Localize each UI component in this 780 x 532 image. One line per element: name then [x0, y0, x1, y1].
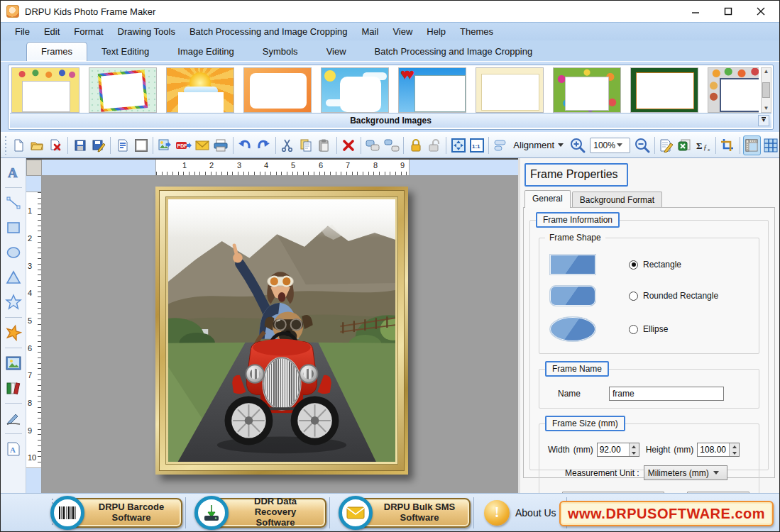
align-shapes-icon[interactable]	[492, 135, 510, 155]
scroll-up-icon[interactable]: ▲	[764, 68, 769, 75]
wordart-icon[interactable]: A	[4, 439, 23, 459]
menu-edit[interactable]: Edit	[37, 23, 67, 40]
open-folder-icon[interactable]	[28, 135, 46, 155]
zoom-out-icon[interactable]	[634, 135, 652, 155]
line-tool-icon[interactable]	[4, 193, 23, 213]
insert-image-icon[interactable]	[4, 353, 23, 373]
alignment-dropdown[interactable]: Alignment	[513, 140, 554, 150]
width-down-icon[interactable]	[630, 450, 639, 456]
signature-pen-icon[interactable]	[4, 409, 23, 428]
height-down-icon[interactable]	[730, 450, 739, 456]
frame-preview-icon[interactable]	[132, 135, 150, 155]
drpu-barcode-promo-button[interactable]: DRPU Barcode Software	[50, 496, 182, 530]
actual-size-icon[interactable]: 1:1	[468, 135, 485, 155]
text-tool-icon[interactable]: A	[4, 162, 23, 182]
collapse-gallery-icon[interactable]: ▼	[758, 115, 769, 126]
thumbnail-paisley-frame[interactable]	[553, 67, 621, 113]
undo-icon[interactable]	[236, 135, 254, 155]
website-banner[interactable]: www.DRPUSOFTWARE.com	[559, 501, 774, 526]
scrollbar-thumb[interactable]	[762, 82, 770, 98]
measurement-unit-select[interactable]: Milimeters (mm)	[644, 465, 727, 480]
minimize-button[interactable]	[681, 2, 710, 21]
canvas-viewport[interactable]: 1 2 3 4 5 6 7 8 9 1 2 3 4	[26, 158, 518, 493]
unit-select-arrow[interactable]	[713, 471, 719, 475]
close-button[interactable]	[747, 2, 775, 21]
ruler-panel-icon[interactable]	[743, 135, 761, 155]
width-spinner[interactable]	[597, 443, 639, 457]
tab-batch-processing[interactable]: Batch Processing and Image Cropping	[361, 43, 547, 61]
thumbnail-kids-yellow-frame[interactable]	[11, 67, 79, 113]
triangle-tool-icon[interactable]	[4, 267, 23, 287]
unlock-icon[interactable]	[425, 135, 443, 155]
zoom-level-combobox[interactable]: 100%	[590, 138, 630, 153]
alignment-dropdown-arrow[interactable]	[558, 143, 564, 147]
drpu-bulk-sms-promo-button[interactable]: DRPU Bulk SMS Software	[339, 496, 471, 530]
save-as-icon[interactable]	[89, 135, 107, 155]
thumbnail-orange-frame[interactable]	[243, 67, 312, 113]
menu-batch-processing[interactable]: Batch Processing and Image Cropping	[182, 23, 355, 40]
redo-icon[interactable]	[255, 135, 273, 155]
thumbnail-candy-stripe-frame[interactable]	[89, 67, 157, 113]
edit-list-icon[interactable]	[658, 135, 676, 155]
excel-export-icon[interactable]	[676, 135, 694, 155]
ellipse-tool-icon[interactable]	[4, 243, 23, 262]
rectangle-radio[interactable]	[629, 260, 638, 270]
print-icon[interactable]	[212, 135, 229, 155]
zoom-combo-arrow[interactable]	[617, 143, 622, 147]
tab-text-editing[interactable]: Text Editing	[87, 43, 163, 61]
about-us-button[interactable]: ! About Us	[484, 500, 556, 526]
group-icon[interactable]	[364, 135, 382, 155]
canvas-photo-frame[interactable]	[155, 187, 408, 475]
rectangle-radio-label[interactable]: Rectangle	[643, 260, 681, 270]
tab-background-format[interactable]: Background Format	[572, 192, 662, 208]
delete-icon[interactable]	[340, 135, 358, 155]
crop-icon[interactable]	[719, 135, 737, 155]
thumbnail-sky-clouds-frame[interactable]	[321, 67, 389, 113]
rounded-rectangle-radio-label[interactable]: Rounded Rectangle	[643, 291, 718, 301]
save-icon[interactable]	[71, 135, 89, 155]
print-preview-icon[interactable]	[114, 135, 131, 155]
tab-image-editing[interactable]: Image Editing	[163, 43, 248, 61]
thumbnail-sunshine-frame[interactable]	[166, 67, 234, 113]
menu-drawing-tools[interactable]: Drawing Tools	[111, 23, 182, 40]
export-pdf-icon[interactable]: PDF	[175, 135, 192, 155]
tab-general[interactable]: General	[524, 190, 571, 208]
thumbnail-cream-frame[interactable]	[476, 67, 544, 113]
maximize-button[interactable]	[714, 2, 742, 21]
thumbnail-green-chalkboard-frame[interactable]	[630, 67, 698, 113]
frame-name-input[interactable]	[609, 387, 724, 401]
fit-to-window-icon[interactable]	[449, 135, 467, 155]
toolbar-drag-handle[interactable]	[4, 136, 8, 155]
menu-mail[interactable]: Mail	[355, 23, 386, 40]
grid-icon[interactable]	[762, 135, 779, 155]
gallery-scrollbar[interactable]: ▲ ▼	[761, 67, 771, 113]
rounded-rectangle-radio[interactable]	[629, 292, 638, 301]
lock-icon[interactable]	[407, 135, 424, 155]
scroll-down-icon[interactable]: ▼	[764, 105, 769, 112]
ellipse-radio-label[interactable]: Ellipse	[643, 324, 668, 334]
ellipse-radio[interactable]	[629, 325, 638, 334]
tab-frames[interactable]: Frames	[26, 42, 87, 61]
rectangle-tool-icon[interactable]	[4, 218, 23, 238]
formula-icon[interactable]: Σƒx	[695, 135, 713, 155]
delete-file-icon[interactable]	[47, 135, 65, 155]
menu-view[interactable]: View	[385, 23, 419, 40]
paste-icon[interactable]	[316, 135, 334, 155]
menu-themes[interactable]: Themes	[453, 23, 500, 40]
width-input[interactable]	[598, 443, 629, 456]
clipart-library-icon[interactable]	[4, 378, 23, 398]
width-up-icon[interactable]	[630, 443, 639, 450]
menu-format[interactable]: Format	[67, 23, 110, 40]
new-document-icon[interactable]	[10, 135, 28, 155]
thumbnail-heart-balloons-frame[interactable]: ♥♥	[398, 67, 466, 113]
tab-symbols[interactable]: Symbols	[248, 43, 312, 61]
thumbnail-kids-border-frame[interactable]	[708, 67, 759, 113]
menu-file[interactable]: File	[8, 23, 37, 40]
star-tool-icon[interactable]	[4, 292, 23, 312]
clipart-star-icon[interactable]	[4, 323, 23, 343]
ddr-data-recovery-promo-button[interactable]: DDR Data Recovery Software	[194, 496, 326, 530]
email-icon[interactable]	[193, 135, 211, 155]
cut-icon[interactable]	[279, 135, 297, 155]
height-spinner[interactable]	[697, 443, 740, 457]
height-input[interactable]	[698, 443, 729, 456]
